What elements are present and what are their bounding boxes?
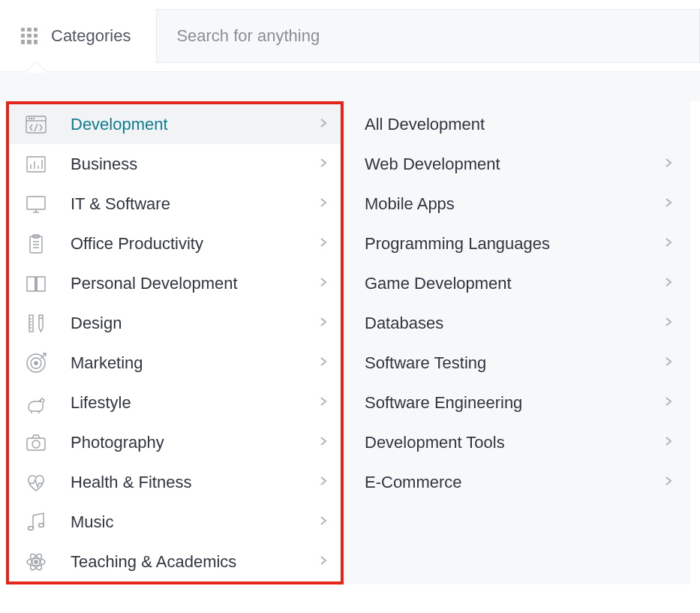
category-item[interactable]: Health & Fitness — [9, 462, 341, 502]
subcategory-label: Databases — [365, 314, 663, 333]
chevron-right-icon — [318, 275, 329, 291]
category-item[interactable]: Business — [9, 144, 341, 184]
chevron-right-icon — [663, 275, 674, 291]
categories-grid-icon — [21, 28, 38, 44]
category-label: Photography — [71, 433, 318, 452]
subcategory-item[interactable]: Game Development — [344, 263, 690, 303]
subcategory-item[interactable]: E-Commerce — [344, 462, 690, 502]
category-item[interactable]: Photography — [9, 422, 341, 462]
chevron-right-icon — [318, 395, 329, 410]
chevron-right-icon — [663, 474, 674, 490]
subcategory-item[interactable]: Development Tools — [344, 422, 690, 462]
subcategory-item[interactable]: Programming Languages — [344, 224, 690, 263]
chevron-right-icon — [318, 355, 329, 371]
category-label: Lifestyle — [71, 393, 318, 413]
categories-trigger[interactable]: Categories — [8, 0, 153, 71]
top-bar: Categories — [0, 0, 700, 71]
chevron-right-icon — [663, 196, 674, 212]
category-label: Health & Fitness — [71, 473, 318, 492]
subcategory-item[interactable]: Web Development — [344, 144, 690, 184]
category-label: Teaching & Academics — [71, 552, 318, 572]
category-label: Marketing — [71, 353, 318, 373]
dropdown-arrow-indicator — [26, 62, 47, 72]
category-label: Music — [71, 512, 318, 532]
subcategory-item[interactable]: Mobile Apps — [344, 184, 690, 224]
heartbeat-icon — [23, 469, 50, 496]
subcategory-label: Programming Languages — [365, 234, 663, 254]
chevron-right-icon — [663, 236, 674, 251]
clipboard-icon — [23, 230, 50, 257]
subcategory-label: E-Commerce — [365, 473, 663, 492]
subcategory-label: Mobile Apps — [365, 194, 663, 214]
category-item[interactable]: Office Productivity — [9, 224, 341, 263]
search-container — [153, 0, 700, 71]
dog-icon — [23, 389, 50, 416]
category-label: Business — [71, 155, 318, 174]
music-icon — [23, 509, 50, 536]
subcategory-label: Development Tools — [365, 433, 663, 452]
subcategory-item[interactable]: Software Engineering — [344, 383, 690, 422]
category-item[interactable]: Development — [9, 104, 341, 144]
category-item[interactable]: IT & Software — [9, 184, 341, 224]
under-band — [0, 71, 700, 101]
atom-icon — [23, 548, 50, 575]
subcategory-item[interactable]: Software Testing — [344, 343, 690, 383]
bar-chart-icon — [23, 151, 50, 178]
category-item[interactable]: Teaching & Academics — [9, 542, 341, 581]
chevron-right-icon — [318, 116, 329, 132]
category-item[interactable]: Music — [9, 502, 341, 542]
category-item[interactable]: Marketing — [9, 343, 341, 383]
monitor-icon — [23, 191, 50, 218]
chevron-right-icon — [318, 514, 329, 530]
book-icon — [23, 270, 50, 297]
categories-label: Categories — [51, 26, 131, 46]
subcategory-label: All Development — [365, 115, 674, 134]
code-window-icon — [23, 111, 50, 138]
category-label: Development — [71, 115, 318, 134]
chevron-right-icon — [663, 434, 674, 450]
chevron-right-icon — [318, 156, 329, 172]
chevron-right-icon — [663, 355, 674, 371]
category-label: Personal Development — [71, 274, 318, 293]
chevron-right-icon — [318, 236, 329, 251]
category-item[interactable]: Lifestyle — [9, 383, 341, 422]
chevron-right-icon — [318, 554, 329, 569]
categories-flyout: DevelopmentBusinessIT & SoftwareOffice P… — [6, 101, 690, 584]
subcategory-label: Software Engineering — [365, 393, 663, 413]
chevron-right-icon — [318, 196, 329, 212]
search-input[interactable] — [156, 9, 700, 63]
category-item[interactable]: Design — [9, 303, 341, 343]
subcategory-label: Game Development — [365, 274, 663, 293]
subcategory-item[interactable]: Databases — [344, 303, 690, 343]
chevron-right-icon — [318, 315, 329, 331]
chevron-right-icon — [663, 156, 674, 172]
pencil-ruler-icon — [23, 310, 50, 337]
category-item[interactable]: Personal Development — [9, 263, 341, 303]
subcategories-panel: All DevelopmentWeb DevelopmentMobile App… — [344, 101, 690, 584]
chevron-right-icon — [663, 315, 674, 331]
category-label: IT & Software — [71, 194, 318, 214]
subcategory-item[interactable]: All Development — [344, 104, 690, 144]
primary-categories-panel: DevelopmentBusinessIT & SoftwareOffice P… — [6, 101, 344, 584]
subcategory-label: Web Development — [365, 155, 663, 174]
subcategory-label: Software Testing — [365, 353, 663, 373]
chevron-right-icon — [318, 434, 329, 450]
target-icon — [23, 350, 50, 377]
chevron-right-icon — [663, 395, 674, 410]
camera-icon — [23, 429, 50, 456]
chevron-right-icon — [318, 474, 329, 490]
category-label: Office Productivity — [71, 234, 318, 254]
category-label: Design — [71, 314, 318, 333]
